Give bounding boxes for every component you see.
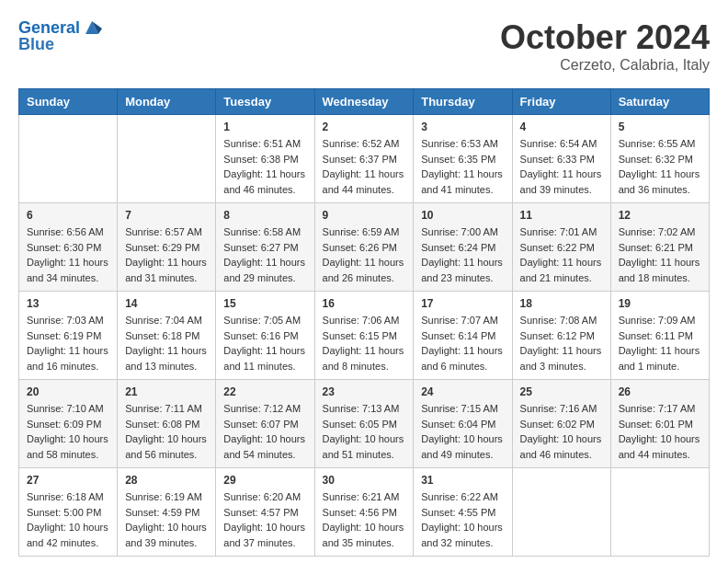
day-info: Sunrise: 6:56 AM Sunset: 6:30 PM Dayligh… xyxy=(27,224,109,285)
calendar-cell: 20Sunrise: 7:10 AM Sunset: 6:09 PM Dayli… xyxy=(19,380,118,468)
calendar-cell: 6Sunrise: 6:56 AM Sunset: 6:30 PM Daylig… xyxy=(19,203,118,292)
logo: General Blue xyxy=(18,18,102,54)
calendar-table: SundayMondayTuesdayWednesdayThursdayFrid… xyxy=(18,88,710,557)
day-info: Sunrise: 6:55 AM Sunset: 6:32 PM Dayligh… xyxy=(619,136,701,197)
calendar-cell: 11Sunrise: 7:01 AM Sunset: 6:22 PM Dayli… xyxy=(512,203,610,292)
day-info: Sunrise: 6:22 AM Sunset: 4:55 PM Dayligh… xyxy=(421,489,504,550)
calendar-week-row: 1Sunrise: 6:51 AM Sunset: 6:38 PM Daylig… xyxy=(19,115,710,203)
day-number: 7 xyxy=(125,209,208,222)
day-info: Sunrise: 7:06 AM Sunset: 6:15 PM Dayligh… xyxy=(323,313,406,373)
day-number: 19 xyxy=(619,297,701,310)
day-info: Sunrise: 7:09 AM Sunset: 6:11 PM Dayligh… xyxy=(619,313,701,373)
calendar-cell: 21Sunrise: 7:11 AM Sunset: 6:08 PM Dayli… xyxy=(118,380,216,468)
calendar-cell: 8Sunrise: 6:58 AM Sunset: 6:27 PM Daylig… xyxy=(216,203,314,292)
day-number: 20 xyxy=(27,385,109,398)
day-info: Sunrise: 7:17 AM Sunset: 6:01 PM Dayligh… xyxy=(619,401,701,462)
calendar-cell: 27Sunrise: 6:18 AM Sunset: 5:00 PM Dayli… xyxy=(19,468,118,557)
calendar-cell: 12Sunrise: 7:02 AM Sunset: 6:21 PM Dayli… xyxy=(610,203,709,292)
logo-icon xyxy=(82,17,102,38)
calendar-week-row: 13Sunrise: 7:03 AM Sunset: 6:19 PM Dayli… xyxy=(19,292,710,380)
calendar-cell: 1Sunrise: 6:51 AM Sunset: 6:38 PM Daylig… xyxy=(216,115,314,203)
day-info: Sunrise: 6:54 AM Sunset: 6:33 PM Dayligh… xyxy=(520,136,603,197)
title-block: October 2024 Cerzeto, Calabria, Italy xyxy=(500,18,710,74)
day-number: 30 xyxy=(323,474,406,487)
day-info: Sunrise: 7:08 AM Sunset: 6:12 PM Dayligh… xyxy=(520,313,603,373)
day-info: Sunrise: 7:00 AM Sunset: 6:24 PM Dayligh… xyxy=(421,224,504,285)
day-number: 5 xyxy=(619,121,701,133)
day-info: Sunrise: 7:16 AM Sunset: 6:02 PM Dayligh… xyxy=(520,401,603,462)
day-info: Sunrise: 7:02 AM Sunset: 6:21 PM Dayligh… xyxy=(619,224,701,285)
day-info: Sunrise: 6:19 AM Sunset: 4:59 PM Dayligh… xyxy=(125,489,208,550)
page-header: General Blue October 2024 Cerzeto, Calab… xyxy=(18,18,710,74)
calendar-cell: 5Sunrise: 6:55 AM Sunset: 6:32 PM Daylig… xyxy=(610,115,709,203)
location: Cerzeto, Calabria, Italy xyxy=(500,57,710,74)
calendar-cell xyxy=(118,115,216,203)
day-number: 23 xyxy=(323,385,406,398)
calendar-cell: 23Sunrise: 7:13 AM Sunset: 6:05 PM Dayli… xyxy=(314,380,414,468)
calendar-cell: 19Sunrise: 7:09 AM Sunset: 6:11 PM Dayli… xyxy=(610,292,709,380)
day-info: Sunrise: 6:53 AM Sunset: 6:35 PM Dayligh… xyxy=(421,136,504,197)
day-number: 10 xyxy=(421,209,504,222)
calendar-day-header: Thursday xyxy=(414,89,512,115)
day-number: 1 xyxy=(223,121,306,133)
day-info: Sunrise: 6:57 AM Sunset: 6:29 PM Dayligh… xyxy=(125,224,208,285)
calendar-cell: 28Sunrise: 6:19 AM Sunset: 4:59 PM Dayli… xyxy=(118,468,216,557)
day-number: 15 xyxy=(223,297,306,310)
day-info: Sunrise: 7:11 AM Sunset: 6:08 PM Dayligh… xyxy=(125,401,208,462)
calendar-week-row: 27Sunrise: 6:18 AM Sunset: 5:00 PM Dayli… xyxy=(19,468,710,557)
day-number: 4 xyxy=(520,121,603,133)
calendar-day-header: Friday xyxy=(512,89,610,115)
day-number: 8 xyxy=(223,209,306,222)
day-number: 26 xyxy=(619,385,701,398)
calendar-cell: 29Sunrise: 6:20 AM Sunset: 4:57 PM Dayli… xyxy=(216,468,314,557)
calendar-cell: 24Sunrise: 7:15 AM Sunset: 6:04 PM Dayli… xyxy=(414,380,512,468)
calendar-day-header: Saturday xyxy=(610,89,709,115)
day-number: 3 xyxy=(421,121,504,133)
calendar-cell: 9Sunrise: 6:59 AM Sunset: 6:26 PM Daylig… xyxy=(314,203,414,292)
calendar-cell: 4Sunrise: 6:54 AM Sunset: 6:33 PM Daylig… xyxy=(512,115,610,203)
day-number: 13 xyxy=(27,297,109,310)
calendar-cell: 17Sunrise: 7:07 AM Sunset: 6:14 PM Dayli… xyxy=(414,292,512,380)
day-number: 18 xyxy=(520,297,603,310)
day-number: 14 xyxy=(125,297,208,310)
day-info: Sunrise: 6:18 AM Sunset: 5:00 PM Dayligh… xyxy=(27,489,109,550)
day-info: Sunrise: 7:10 AM Sunset: 6:09 PM Dayligh… xyxy=(27,401,109,462)
calendar-cell: 3Sunrise: 6:53 AM Sunset: 6:35 PM Daylig… xyxy=(414,115,512,203)
day-info: Sunrise: 6:21 AM Sunset: 4:56 PM Dayligh… xyxy=(323,489,406,550)
day-number: 27 xyxy=(27,474,109,487)
calendar-cell: 16Sunrise: 7:06 AM Sunset: 6:15 PM Dayli… xyxy=(314,292,414,380)
day-info: Sunrise: 7:07 AM Sunset: 6:14 PM Dayligh… xyxy=(421,313,504,373)
calendar-day-header: Monday xyxy=(118,89,216,115)
calendar-cell xyxy=(512,468,610,557)
day-info: Sunrise: 6:51 AM Sunset: 6:38 PM Dayligh… xyxy=(223,136,306,197)
calendar-day-header: Sunday xyxy=(19,89,118,115)
day-number: 11 xyxy=(520,209,603,222)
calendar-cell: 15Sunrise: 7:05 AM Sunset: 6:16 PM Dayli… xyxy=(216,292,314,380)
calendar-cell xyxy=(19,115,118,203)
day-info: Sunrise: 6:52 AM Sunset: 6:37 PM Dayligh… xyxy=(323,136,406,197)
day-number: 17 xyxy=(421,297,504,310)
calendar-cell: 18Sunrise: 7:08 AM Sunset: 6:12 PM Dayli… xyxy=(512,292,610,380)
day-info: Sunrise: 6:20 AM Sunset: 4:57 PM Dayligh… xyxy=(223,489,306,550)
calendar-cell: 31Sunrise: 6:22 AM Sunset: 4:55 PM Dayli… xyxy=(414,468,512,557)
day-number: 25 xyxy=(520,385,603,398)
calendar-cell: 30Sunrise: 6:21 AM Sunset: 4:56 PM Dayli… xyxy=(314,468,414,557)
day-number: 6 xyxy=(27,209,109,222)
day-number: 24 xyxy=(421,385,504,398)
calendar-header-row: SundayMondayTuesdayWednesdayThursdayFrid… xyxy=(19,89,710,115)
day-number: 22 xyxy=(223,385,306,398)
day-number: 12 xyxy=(619,209,701,222)
calendar-cell: 10Sunrise: 7:00 AM Sunset: 6:24 PM Dayli… xyxy=(414,203,512,292)
calendar-week-row: 20Sunrise: 7:10 AM Sunset: 6:09 PM Dayli… xyxy=(19,380,710,468)
calendar-cell: 7Sunrise: 6:57 AM Sunset: 6:29 PM Daylig… xyxy=(118,203,216,292)
calendar-cell: 13Sunrise: 7:03 AM Sunset: 6:19 PM Dayli… xyxy=(19,292,118,380)
day-number: 21 xyxy=(125,385,208,398)
day-number: 29 xyxy=(223,474,306,487)
calendar-cell: 14Sunrise: 7:04 AM Sunset: 6:18 PM Dayli… xyxy=(118,292,216,380)
day-info: Sunrise: 6:59 AM Sunset: 6:26 PM Dayligh… xyxy=(323,224,406,285)
day-info: Sunrise: 7:13 AM Sunset: 6:05 PM Dayligh… xyxy=(323,401,406,462)
day-number: 28 xyxy=(125,474,208,487)
day-number: 16 xyxy=(323,297,406,310)
day-info: Sunrise: 7:12 AM Sunset: 6:07 PM Dayligh… xyxy=(223,401,306,462)
day-info: Sunrise: 7:03 AM Sunset: 6:19 PM Dayligh… xyxy=(27,313,109,373)
